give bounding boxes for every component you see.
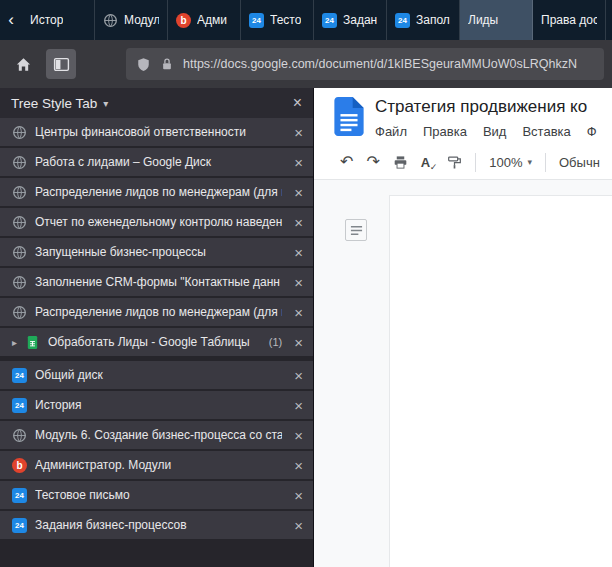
chevron-down-icon: ▾: [103, 98, 108, 109]
document-outline-button[interactable]: [345, 219, 367, 241]
close-tab-button[interactable]: ×: [294, 275, 303, 290]
close-tab-button[interactable]: ×: [294, 125, 303, 140]
browser-tab[interactable]: Права дос: [533, 0, 606, 40]
tab-label: Права дос: [541, 13, 597, 27]
browser-tab[interactable]: Модуль 6.: [95, 0, 168, 40]
close-tab-button[interactable]: ×: [294, 458, 303, 473]
sidebar-tab-label: Распределение лидов по менеджерам (для в: [35, 305, 282, 319]
sidebar-tab-label: Обработать Лиды - Google Таблицы: [48, 335, 261, 349]
outline-icon: [350, 224, 363, 237]
expand-tree-icon[interactable]: ▸: [12, 337, 17, 348]
sidebar-toggle-button[interactable]: [46, 49, 76, 79]
globe-icon: [103, 13, 118, 28]
bitrix24-icon: 24: [12, 368, 27, 383]
close-tab-button[interactable]: ×: [294, 335, 303, 350]
browser-tab[interactable]: Истор: [22, 0, 95, 40]
paint-format-button[interactable]: [447, 155, 462, 170]
spellcheck-button[interactable]: A✓: [421, 156, 430, 169]
close-tab-button[interactable]: ×: [294, 428, 303, 443]
bitrix-icon: b: [176, 13, 191, 28]
sidebar-tab[interactable]: ▸Обработать Лиды - Google Таблицы(1)×: [0, 328, 313, 358]
bitrix24-icon: 24: [249, 13, 264, 28]
sidebar-tab[interactable]: Модуль 6. Создание бизнес-процесса со ст…: [0, 421, 313, 451]
sidebar-tab-label: История: [35, 398, 282, 412]
sidebar-tab[interactable]: Запущенные бизнес-процессы×: [0, 238, 313, 268]
sidebar-tab[interactable]: 24Задания бизнес-процессов×: [0, 511, 313, 541]
paragraph-style-value: Обычн: [559, 155, 600, 170]
shield-icon: [136, 57, 151, 72]
browser-tab[interactable]: 24Запол: [387, 0, 460, 40]
globe-icon: [12, 125, 27, 140]
tab-label: Задан: [343, 13, 377, 27]
sidebar-tab[interactable]: 24Общий диск×: [0, 361, 313, 391]
close-tab-button[interactable]: ×: [294, 368, 303, 383]
docs-menu-item[interactable]: Файл: [375, 124, 407, 139]
sidebar-tab-label: Модуль 6. Создание бизнес-процесса со ст…: [35, 428, 282, 442]
close-tab-button[interactable]: ×: [294, 245, 303, 260]
home-icon: [15, 56, 32, 73]
bitrix-icon: b: [12, 458, 27, 473]
close-tab-button[interactable]: ×: [294, 398, 303, 413]
print-button[interactable]: [393, 155, 408, 170]
zoom-select[interactable]: 100% ▾: [489, 155, 532, 170]
tab-label: Запол: [416, 13, 450, 27]
sidebar-tab-label: Отчет по еженедельному контролю наведен: [35, 215, 282, 229]
tab-strip-tabs: ИсторМодуль 6.bАдми24Тесто24Задан24Запол…: [22, 0, 612, 40]
sidebar-close-button[interactable]: ×: [293, 95, 302, 111]
sidebar-icon: [53, 56, 70, 73]
sidebar-tab[interactable]: bАдминистратор. Модули×: [0, 451, 313, 481]
url-text: https://docs.google.com/document/d/1kIBE…: [183, 57, 577, 71]
docs-menu-item[interactable]: Ф: [587, 124, 597, 139]
sidebar-tab[interactable]: 24Тестовое письмо×: [0, 481, 313, 511]
docs-menu-item[interactable]: Вид: [483, 124, 507, 139]
sidebar-tab-label: Задания бизнес-процессов: [35, 518, 282, 532]
close-tab-button[interactable]: ×: [294, 305, 303, 320]
lock-icon: [160, 57, 174, 71]
tab-label: Лиды: [468, 13, 498, 27]
browser-tab[interactable]: 24Тесто: [241, 0, 314, 40]
bitrix24-icon: 24: [12, 518, 27, 533]
globe-icon: [12, 245, 27, 260]
scroll-tabs-left-button[interactable]: ‹: [0, 0, 22, 40]
home-button[interactable]: [8, 49, 38, 79]
browser-tab[interactable]: Лиды: [460, 0, 533, 40]
browser-tab[interactable]: bАдми: [168, 0, 241, 40]
close-tab-button[interactable]: ×: [294, 215, 303, 230]
close-tab-button[interactable]: ×: [294, 185, 303, 200]
close-tab-button[interactable]: ×: [294, 518, 303, 533]
sidebar-tab[interactable]: Центры финансовой ответственности×: [0, 118, 313, 148]
sidebar-tab[interactable]: Работа с лидами – Google Диск×: [0, 148, 313, 178]
close-tab-button[interactable]: ×: [294, 155, 303, 170]
bitrix24-icon: 24: [12, 398, 27, 413]
url-bar[interactable]: https://docs.google.com/document/d/1kIBE…: [126, 48, 604, 80]
paragraph-style-select[interactable]: Обычн: [559, 155, 600, 170]
sidebar-tab-label: Распределение лидов по менеджерам (для в: [35, 185, 282, 199]
browser-tab[interactable]: 24Задан: [314, 0, 387, 40]
docs-menu-item[interactable]: Вставка: [522, 124, 570, 139]
sidebar-tab[interactable]: 24История×: [0, 391, 313, 421]
document-title[interactable]: Стратегия продвижения ко: [375, 97, 597, 117]
close-tab-button[interactable]: ×: [294, 488, 303, 503]
sidebar-tab-label: Работа с лидами – Google Диск: [35, 155, 282, 169]
sidebar-title: Tree Style Tab: [11, 96, 97, 111]
bitrix24-icon: 24: [322, 13, 337, 28]
sidebar-tab-label: Общий диск: [35, 368, 282, 382]
print-icon: [393, 155, 408, 170]
tree-style-tab-sidebar: Tree Style Tab ▾ × Центры финансовой отв…: [0, 88, 313, 567]
redo-button[interactable]: ↷: [366, 154, 379, 170]
globe-icon: [12, 155, 27, 170]
sidebar-title-dropdown[interactable]: Tree Style Tab ▾: [11, 96, 108, 111]
child-count-badge: (1): [269, 336, 282, 348]
docs-menu-item[interactable]: Правка: [423, 124, 467, 139]
docs-header: Стратегия продвижения ко ФайлПравкаВидВс…: [314, 88, 612, 145]
paint-roller-icon: [447, 155, 462, 170]
sidebar-tab[interactable]: Распределение лидов по менеджерам (для в…: [0, 298, 313, 328]
sidebar-tab[interactable]: Распределение лидов по менеджерам (для в…: [0, 178, 313, 208]
toolbar-separator: [545, 153, 546, 172]
undo-button[interactable]: ↶: [340, 154, 353, 170]
globe-icon: [12, 428, 27, 443]
sidebar-tab-label: Центры финансовой ответственности: [35, 125, 282, 139]
sidebar-tab[interactable]: Заполнение CRM-формы "Контактные данн×: [0, 268, 313, 298]
sidebar-tab[interactable]: Отчет по еженедельному контролю наведен×: [0, 208, 313, 238]
document-page[interactable]: [389, 195, 612, 567]
